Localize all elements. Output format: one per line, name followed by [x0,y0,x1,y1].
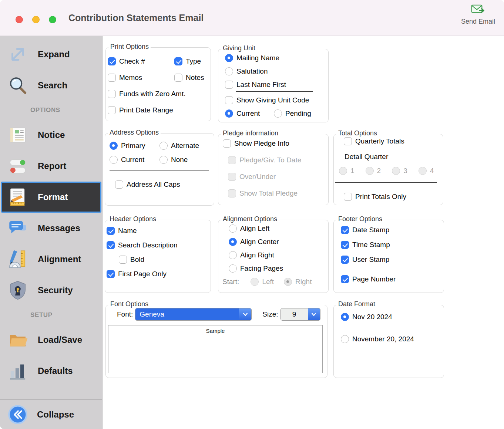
sidebar-item-security[interactable]: Security [0,275,102,306]
last-name-first-field[interactable]: Last Name First [225,81,286,89]
total-options-panel: Total Options Quarterly Totals Detail Qu… [333,134,443,205]
print-totals-only-checkbox[interactable] [344,193,352,201]
address-all-caps-checkbox[interactable] [115,180,123,189]
show-pledge-info-field[interactable]: Show Pledge Info [223,139,289,148]
last-name-first-checkbox[interactable] [225,81,233,89]
sidebar-item-notice[interactable]: Notice [0,119,102,151]
sidebar-item-loadsave[interactable]: Load/Save [0,324,102,355]
search-description-field[interactable]: Search Description [107,241,178,249]
time-stamp-checkbox[interactable] [341,241,349,249]
user-stamp-checkbox[interactable] [341,256,349,264]
date-format-short-radio[interactable] [341,313,349,321]
notes-field[interactable]: Notes [174,74,204,82]
type-field[interactable]: Type [174,57,201,65]
sidebar-item-defaults[interactable]: Defaults [0,355,102,386]
pending-field[interactable]: Pending [274,109,311,118]
print-date-range-field[interactable]: Print Date Range [108,106,173,114]
memos-checkbox[interactable] [108,74,116,82]
align-left-field[interactable]: Align Left [229,224,269,233]
primary-radio[interactable] [110,142,118,150]
separator [110,170,209,170]
send-email-button[interactable]: Send Email [461,4,495,26]
salutation-field[interactable]: Salutation [225,67,268,75]
font-select-value: Geneva [135,308,239,320]
date-format-long-field[interactable]: November 20, 2024 [341,335,414,343]
name-field[interactable]: Name [107,227,137,235]
size-label: Size: [262,310,278,318]
collapse-label: Collapse [37,409,74,420]
quarterly-totals-field[interactable]: Quarterly Totals [344,137,404,145]
quarterly-totals-checkbox[interactable] [344,137,352,145]
search-description-checkbox[interactable] [107,241,115,249]
time-stamp-field[interactable]: Time Stamp [341,241,390,249]
sidebar-collapse-button[interactable]: Collapse [0,399,102,429]
pledge-giv-to-date-checkbox [228,156,236,164]
primary-field[interactable]: Primary [110,142,159,150]
close-window-button[interactable] [16,16,23,23]
align-center-radio[interactable] [229,238,237,246]
facing-pages-field[interactable]: Facing Pages [229,264,283,273]
sidebar-item-expand[interactable]: Expand [0,39,102,70]
print-totals-only-field[interactable]: Print Totals Only [344,193,406,201]
current-radio[interactable] [225,109,233,118]
zoom-window-button[interactable] [49,16,56,23]
facing-pages-radio[interactable] [229,264,237,273]
print-date-range-checkbox[interactable] [108,106,116,114]
name-checkbox[interactable] [107,227,115,235]
user-stamp-field[interactable]: User Stamp [341,256,389,264]
current-field[interactable]: Current [225,109,274,118]
address-all-caps-field[interactable]: Address All Caps [115,180,180,189]
pending-radio[interactable] [274,109,282,118]
type-checkbox[interactable] [174,57,182,65]
sidebar-item-messages[interactable]: Messages [0,213,102,244]
align-left-radio[interactable] [229,224,237,233]
sidebar-item-label: Defaults [38,366,73,376]
salutation-radio[interactable] [225,67,233,75]
align-center-label: Align Center [240,238,279,246]
funds-zero-checkbox[interactable] [108,90,116,98]
sidebar-item-report[interactable]: Report [0,151,102,182]
expand-icon [6,43,30,66]
show-giving-unit-code-field[interactable]: Show Giving Unit Code [225,96,309,104]
notes-checkbox[interactable] [174,74,182,82]
font-options-panel: Font Options Font: Geneva Size: 9 [105,305,327,378]
check-num-checkbox[interactable] [108,57,116,65]
first-page-only-field[interactable]: First Page Only [107,270,167,278]
traffic-lights [16,16,56,23]
show-giving-unit-code-checkbox[interactable] [225,96,233,104]
funds-zero-field[interactable]: Funds with Zero Amt. [108,90,186,98]
align-center-field[interactable]: Align Center [229,238,279,246]
sidebar-item-alignment[interactable]: Alignment [0,244,102,275]
date-format-long-radio[interactable] [341,335,349,343]
address-current-field[interactable]: Current [110,156,159,164]
date-format-short-field[interactable]: Nov 20 2024 [341,313,392,321]
sidebar-item-search[interactable]: Search [0,70,102,101]
align-right-radio[interactable] [229,251,237,259]
check-num-field[interactable]: Check # [108,57,174,65]
date-stamp-field[interactable]: Date Stamp [341,226,389,234]
chevron-down-icon[interactable] [239,308,251,320]
address-none-radio[interactable] [159,156,168,164]
alternate-field[interactable]: Alternate [159,142,199,150]
first-page-only-checkbox[interactable] [107,270,115,278]
address-current-radio[interactable] [110,156,118,164]
page-number-checkbox[interactable] [341,275,349,283]
mailing-name-radio[interactable] [225,54,233,62]
date-stamp-checkbox[interactable] [341,226,349,234]
memos-field[interactable]: Memos [108,74,174,82]
main-content: Print Options Check # Type [103,36,504,429]
align-right-field[interactable]: Align Right [229,251,274,259]
mailing-name-field[interactable]: Mailing Name [225,54,279,62]
bold-field[interactable]: Bold [119,256,144,264]
chevron-down-icon[interactable] [308,308,320,320]
minimize-window-button[interactable] [32,16,40,23]
bold-checkbox[interactable] [119,256,127,264]
alternate-radio[interactable] [159,142,168,150]
page-number-field[interactable]: Page Number [341,275,396,283]
show-pledge-info-checkbox[interactable] [223,139,231,148]
address-none-field[interactable]: None [159,156,188,164]
size-select[interactable]: 9 [280,308,320,321]
alternate-label: Alternate [171,142,199,150]
font-select[interactable]: Geneva [135,308,252,321]
sidebar-item-format[interactable]: Format [1,182,101,213]
